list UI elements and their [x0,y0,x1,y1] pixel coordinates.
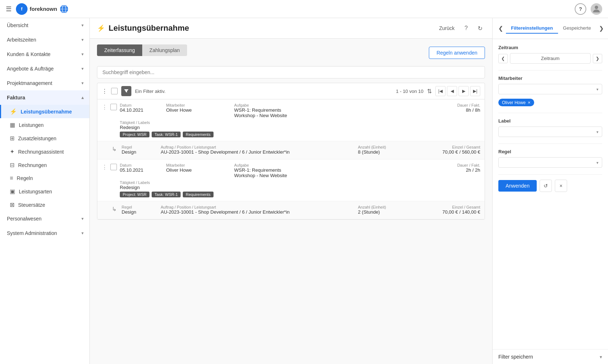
sidebar-sub-item-regeln[interactable]: ≡ Regeln [0,172,89,185]
sidebar-sub-item-rechnungsassistent[interactable]: ✦ Rechnungsassistent [0,145,89,158]
entry-sub-2: ↳ Regel Design Auftrag / Position / Leis… [97,201,485,219]
filter-icon [124,89,129,94]
dauer-label-2: Dauer / Fakt. 2h / 2h [437,163,480,178]
table-row: ⋮ Datum 05.10.2021 Mitarbeiter Olive [97,159,485,219]
sidebar-item-system-administration[interactable]: System Administration ▾ [0,226,89,240]
clear-filter-button[interactable]: × [555,180,567,192]
sub-regel-1: Regel Design [122,145,158,155]
filter-save-chevron-icon: ▾ [600,354,602,360]
page-header-actions: Zurück ? ↻ [436,23,485,33]
row-options-icon[interactable]: ⋮ [102,88,107,95]
row-checkbox-1[interactable] [110,104,117,110]
page-header: ⚡ Leistungsübernahme Zurück ? ↻ [90,18,492,39]
svg-point-7 [595,5,598,9]
filter-save-section[interactable]: Filter speichern ▾ [493,349,608,364]
tag-project-wsr-2: Project: WSR [120,192,149,197]
tag-requirements-1: Requirements [183,132,213,137]
zeitraum-title: Zeitraum [498,45,602,50]
chevron-down-icon: ▾ [81,81,84,86]
help-page-button[interactable]: ? [461,23,471,33]
right-panel-body: Zeitraum ❮ ❯ Mitarbeiter Oli [493,39,608,349]
panel-next-button[interactable]: ❯ [599,23,604,34]
filter-active-text: Ein Filter aktiv. [135,89,392,94]
entry-sub-1: ↳ Regel Design Auftrag / Position / Leis… [97,141,485,159]
sub-auftrag-1: Auftrag / Position / Leistungsart AU-202… [161,145,355,155]
sub-anzahl-2: Anzahl (Einheit) 2 (Stunde) [358,205,412,215]
chevron-down-icon: ▾ [81,231,84,236]
sidebar-sub-item-leistungen[interactable]: ▦ Leistungen [0,118,89,132]
content-area: Zeiterfassung Zahlungsplan Regeln anwend… [90,39,492,364]
next-page-button[interactable]: ▶ [459,86,469,96]
taetigkeit-section-2: Tätigkeit / Labels Redesign Project: WSR… [120,180,480,197]
help-button[interactable]: ? [575,3,586,15]
regel-select[interactable] [498,157,602,168]
aufgabe-label-2: Aufgabe WSR-1: Requirements Workshop - N… [234,163,434,178]
sidebar-item-projektmanagement[interactable]: Projektmanagement ▾ [0,76,89,90]
sidebar-item-angebote-auftraege[interactable]: Angebote & Aufträge ▾ [0,61,89,76]
back-button[interactable]: Zurück [436,24,457,33]
pagination-controls: |◀ ◀ ▶ ▶| [435,86,480,96]
divider-2 [498,113,602,113]
prev-page-button[interactable]: ◀ [447,86,457,96]
logo-globe-icon [59,4,69,14]
filter-section-zeitraum: Zeitraum ❮ ❯ [498,45,602,64]
refresh-button[interactable]: ↻ [475,23,485,33]
tabs-bar: Zeiterfassung Zahlungsplan [97,44,187,56]
sidebar-item-personalwesen[interactable]: Personalwesen ▾ [0,211,89,226]
regeln-icon: ≡ [10,175,13,181]
select-all-checkbox[interactable] [111,88,118,94]
sidebar-item-uebersicht[interactable]: Übersicht ▾ [0,18,89,33]
sidebar-sub-item-leistungsarten[interactable]: ▣ Leistungsarten [0,185,89,198]
menu-icon[interactable]: ☰ [6,5,12,13]
filter-section-label: Label [498,118,602,137]
sidebar-sub-item-steuersaetze[interactable]: ⊠ Steuersätze [0,198,89,211]
anwenden-button[interactable]: Anwenden [498,180,537,192]
tab-zahlungsplan[interactable]: Zahlungsplan [142,44,187,56]
sidebar-sub-item-leistungsubernahme[interactable]: ⚡ Leistungsübernahme [0,105,89,118]
panel-tab-gespeicherte[interactable]: Gespeicherte [558,23,596,34]
filter-section-regel: Regel [498,149,602,168]
tags-row-1: Project: WSR Task: WSR-1 Requirements [120,132,480,137]
chevron-down-icon: ▾ [81,66,84,71]
chevron-down-icon: ▾ [81,216,84,221]
label-select[interactable] [498,127,602,137]
reset-icon: ↺ [544,183,548,189]
table-toolbar: ⋮ Ein Filter aktiv. 1 - 10 von 10 ⇅ |◀ ◀… [97,83,485,99]
datum-label-2: Datum 05.10.2021 [120,163,163,178]
regel-title: Regel [498,149,602,154]
sub-auftrag-2: Auftrag / Position / Leistungsart AU-202… [161,205,355,215]
mitarbeiter-select[interactable] [498,84,602,94]
logo-text: foreknown [30,6,57,12]
filter-section-mitarbeiter: Mitarbeiter Oliver Howe × [498,76,602,106]
user-avatar[interactable] [591,3,602,15]
zeitraum-prev-button[interactable]: ❮ [498,54,508,63]
sidebar-item-faktura[interactable]: Faktura ▴ [0,90,89,105]
sidebar-item-arbeitszeiten[interactable]: Arbeitszeiten ▾ [0,33,89,47]
panel-tab-filtereinstellungen[interactable]: Filtereinstellungen [506,23,558,34]
data-table: ⋮ Datum 04.10.2021 Mitarbeiter Olive [97,99,485,220]
row-checkbox-2[interactable] [110,164,117,170]
last-page-button[interactable]: ▶| [470,86,480,96]
panel-prev-button[interactable]: ❮ [498,23,503,34]
zeitraum-next-button[interactable]: ❯ [593,54,602,63]
sidebar-item-kunden-kontakte[interactable]: Kunden & Kontakte ▾ [0,47,89,61]
sub-arrow-icon: ↳ [112,146,117,153]
tab-zeiterfassung[interactable]: Zeiterfassung [97,44,142,56]
row-dots-icon[interactable]: ⋮ [102,164,107,171]
filter-button[interactable] [121,86,131,96]
row-dots-icon[interactable]: ⋮ [102,104,107,111]
zeitraum-input[interactable] [510,53,591,64]
filter-tag-remove[interactable]: × [528,100,531,105]
steuersaetze-icon: ⊠ [10,201,14,208]
search-input[interactable] [97,66,485,78]
sort-icon[interactable]: ⇅ [427,88,432,95]
apply-rules-button[interactable]: Regeln anwenden [429,47,485,59]
first-page-button[interactable]: |◀ [435,86,446,96]
filter-save-label: Filter speichern [498,354,533,360]
chevron-down-icon: ▾ [81,52,84,57]
reset-filter-button[interactable]: ↺ [540,180,552,192]
sidebar-sub-item-rechnungen[interactable]: ⊟ Rechnungen [0,158,89,172]
sidebar-sub-item-zusatzleistungen[interactable]: ⊞ Zusatzleistungen [0,132,89,145]
zusatzleistungen-icon: ⊞ [10,135,14,142]
aufgabe-label-1: Aufgabe WSR-1: Requirements Workshop - N… [234,103,434,118]
